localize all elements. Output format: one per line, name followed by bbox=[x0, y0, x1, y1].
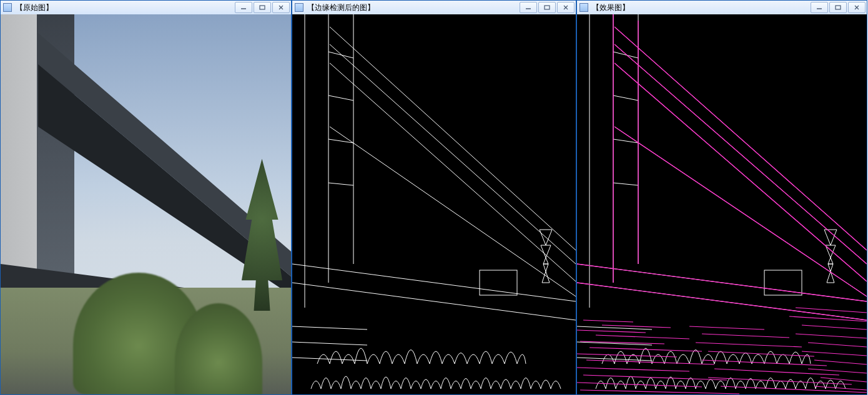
minimize-button[interactable] bbox=[811, 2, 828, 13]
maximize-icon bbox=[835, 5, 841, 10]
svg-rect-34 bbox=[836, 6, 841, 9]
close-button[interactable] bbox=[848, 2, 866, 13]
close-button[interactable] bbox=[557, 2, 575, 13]
minimize-button[interactable] bbox=[235, 2, 252, 13]
maximize-icon bbox=[544, 5, 550, 10]
desktop: 【原始图】 bbox=[0, 0, 868, 395]
image-edges bbox=[292, 14, 576, 394]
window-buttons bbox=[520, 2, 576, 13]
minimize-button[interactable] bbox=[520, 2, 537, 13]
minimize-icon bbox=[525, 5, 531, 10]
window-title: 【效果图】 bbox=[591, 2, 811, 13]
window-title: 【原始图】 bbox=[14, 2, 235, 13]
window-buttons bbox=[235, 2, 291, 13]
image-result bbox=[577, 14, 867, 394]
maximize-button[interactable] bbox=[829, 2, 847, 13]
window-original: 【原始图】 bbox=[0, 0, 292, 395]
titlebar-edges[interactable]: 【边缘检测后的图】 bbox=[292, 1, 576, 15]
svg-rect-12 bbox=[545, 6, 550, 9]
svg-rect-37 bbox=[577, 14, 867, 394]
maximize-button[interactable] bbox=[538, 2, 556, 13]
maximize-icon bbox=[259, 5, 265, 10]
svg-rect-1 bbox=[260, 6, 265, 9]
close-button[interactable] bbox=[272, 2, 290, 13]
window-title: 【边缘检测后的图】 bbox=[306, 2, 520, 13]
app-icon bbox=[295, 3, 303, 12]
window-edges: 【边缘检测后的图】 bbox=[292, 0, 576, 395]
window-buttons bbox=[811, 2, 867, 13]
app-icon bbox=[579, 3, 588, 12]
titlebar-original[interactable]: 【原始图】 bbox=[1, 1, 291, 15]
svg-rect-15 bbox=[292, 14, 576, 394]
app-icon bbox=[3, 3, 12, 12]
minimize-icon bbox=[240, 5, 247, 10]
minimize-icon bbox=[816, 5, 822, 10]
close-icon bbox=[854, 5, 860, 10]
close-icon bbox=[278, 5, 284, 10]
maximize-button[interactable] bbox=[254, 2, 271, 13]
titlebar-result[interactable]: 【效果图】 bbox=[577, 1, 867, 15]
image-original bbox=[1, 14, 291, 394]
close-icon bbox=[563, 5, 569, 10]
window-result: 【效果图】 bbox=[576, 0, 867, 395]
